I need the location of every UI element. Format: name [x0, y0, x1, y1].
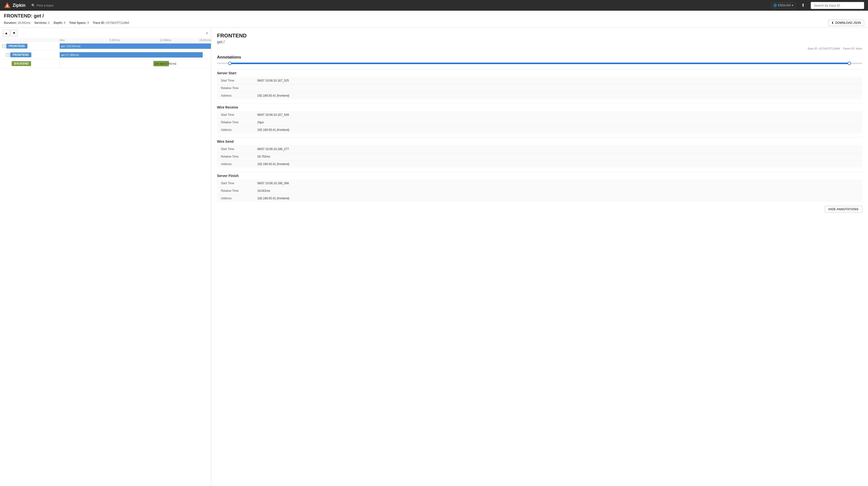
nav-down-button[interactable]: ▼: [11, 30, 18, 36]
slider-handle-left[interactable]: [228, 62, 231, 65]
service-badge-frontend[interactable]: FRONTEND: [6, 44, 27, 49]
language-selector[interactable]: 🌐 ENGLISH ▾: [771, 2, 796, 8]
trace-search-input[interactable]: [811, 2, 864, 9]
chevron-down-icon: ▾: [792, 4, 793, 7]
annotation-label: Start Time: [221, 79, 257, 82]
annotation-row: Start Time 06/07 10:06:10.186_277: [217, 145, 862, 153]
trace-row-label: − FRONTEND: [0, 51, 60, 59]
page-title: FRONTEND: get /: [4, 13, 44, 19]
annotation-section-wire-send: Wire Send Start Time 06/07 10:06:10.186_…: [217, 138, 862, 168]
annotation-label: Start Time: [221, 113, 257, 117]
annotation-row: Address 192.168.50.41 (frontend): [217, 160, 862, 168]
trace-row-bar[interactable]: get / [19.041ms]: [60, 42, 211, 50]
annotation-value: 06/07 10:06:10.186_277: [257, 147, 289, 151]
annotation-slider: [217, 63, 862, 64]
app-title: Zipkin: [12, 3, 26, 8]
trace-row-label: − FRONTEND: [0, 42, 60, 50]
annotation-row: Start Time 06/07 10:06:10.167_525: [217, 77, 862, 85]
annotation-value: 24μs: [257, 121, 264, 124]
annotation-section-wire-receive: Wire Receive Start Time 06/07 10:06:10.1…: [217, 103, 862, 133]
section-title: Wire Receive: [217, 103, 862, 111]
trace-row-bar[interactable]: get /api [1.941ms]: [60, 59, 211, 68]
main-content: ▲ ▼ » 0ms 6.347ms 12.694ms 19.041ms − F: [0, 28, 868, 486]
scale-mark-3: 19.041ms: [199, 39, 211, 41]
detail-panel: FRONTEND get / Span ID: cf170e37f711dfe6…: [211, 28, 868, 486]
trace-toolbar: ▲ ▼ »: [0, 28, 211, 39]
trace-row-label: BACKEND: [0, 59, 60, 68]
detail-service-name: FRONTEND: [217, 33, 862, 39]
annotation-value: 06/07 10:06:10.167_525: [257, 79, 289, 82]
annotation-value: 192.168.50.41 (frontend): [257, 162, 289, 166]
annotation-label: Relative Time: [221, 86, 257, 90]
zipkin-logo-icon: [4, 2, 11, 9]
upload-icon[interactable]: ⬆: [801, 3, 805, 8]
download-json-button[interactable]: ⬇ DOWNLOAD JSON: [828, 20, 864, 26]
annotation-value: 06/07 10:06:10.186_566: [257, 182, 289, 185]
annotation-value: 06/07 10:06:10.167_549: [257, 113, 289, 117]
annotation-label: Address: [221, 196, 257, 200]
download-icon: ⬇: [831, 21, 834, 25]
services-meta: Services: 2: [34, 21, 50, 25]
slider-handle-right[interactable]: [847, 62, 851, 65]
annotation-label: Start Time: [221, 147, 257, 151]
timeline-labels: [0, 39, 60, 41]
annotation-label: Address: [221, 94, 257, 97]
collapse-button[interactable]: −: [6, 53, 9, 57]
trace-timeline: 0ms 6.347ms 12.694ms 19.041ms − FRONTEND…: [0, 39, 211, 486]
annotation-row: Address 192.168.50.41 (frontend): [217, 92, 862, 99]
service-badge-backend[interactable]: BACKEND: [12, 61, 31, 66]
span-bar[interactable]: get /api [1.941ms]: [153, 61, 169, 66]
trace-panel: ▲ ▼ » 0ms 6.347ms 12.694ms 19.041ms − F: [0, 28, 211, 486]
trace-row-bar[interactable]: get [17.966ms]: [60, 51, 211, 59]
detail-operation: get /: [217, 40, 862, 44]
language-icon: 🌐: [773, 4, 777, 7]
trace-id-meta: Trace ID: cf170e37f711dfe6: [93, 21, 129, 25]
search-icon: 🔍: [31, 4, 35, 7]
scale-mark-1: 6.347ms: [110, 39, 120, 41]
annotation-value: 18.752ms: [257, 155, 270, 158]
expand-button[interactable]: »: [206, 31, 208, 35]
annotation-label: Address: [221, 162, 257, 166]
total-spans-meta: Total Spans: 3: [69, 21, 89, 25]
section-title: Server Finish: [217, 172, 862, 180]
annotation-value: 192.168.50.41 (frontend): [257, 196, 289, 200]
section-title: Wire Send: [217, 138, 862, 145]
annotation-row: Start Time 06/07 10:06:10.186_566: [217, 180, 862, 187]
svg-rect-1: [6, 5, 8, 7]
annotation-section-server-finish: Server Finish Start Time 06/07 10:06:10.…: [217, 172, 862, 202]
span-bar[interactable]: get [17.966ms]: [60, 52, 203, 58]
nav-up-button[interactable]: ▲: [3, 30, 10, 36]
timeline-header: 0ms 6.347ms 12.694ms 19.041ms: [0, 39, 211, 42]
service-badge-frontend[interactable]: FRONTEND: [10, 53, 31, 57]
annotation-value: 192.168.50.41 (frontend): [257, 94, 289, 97]
find-trace-link[interactable]: 🔍 Find a trace: [31, 4, 53, 7]
annotation-section-server-start: Server Start Start Time 06/07 10:06:10.1…: [217, 69, 862, 99]
annotation-value: 19.041ms: [257, 189, 270, 192]
annotation-label: Relative Time: [221, 189, 257, 192]
slider-fill: [230, 63, 849, 64]
span-meta: Span ID: cf170e37f711dfe6 Parent ID: Non…: [217, 47, 862, 50]
find-trace-label: Find a trace: [37, 4, 53, 7]
meta-bar: Duration: 19.041ms Services: 2 Depth: 3 …: [4, 20, 864, 26]
app-header: Zipkin 🔍 Find a trace 🌐 ENGLISH ▾ ⬆: [0, 0, 868, 11]
hide-annotations-button[interactable]: HIDE ANNOTATIONS: [825, 206, 862, 213]
scale-mark-0: 0ms: [60, 39, 65, 41]
collapse-button[interactable]: −: [2, 44, 5, 48]
span-bar[interactable]: get / [19.041ms]: [60, 43, 211, 49]
trace-row: BACKEND get /api [1.941ms]: [0, 59, 211, 68]
trace-row: − FRONTEND get / [19.041ms]: [0, 42, 211, 51]
annotation-row: Relative Time 19.041ms: [217, 187, 862, 195]
annotation-row: Relative Time 18.752ms: [217, 153, 862, 160]
title-bar: FRONTEND: get / Duration: 19.041ms Servi…: [0, 11, 868, 28]
depth-meta: Depth: 3: [54, 21, 65, 25]
section-title: Server Start: [217, 69, 862, 77]
slider-track[interactable]: [217, 63, 862, 64]
annotation-row: Start Time 06/07 10:06:10.167_549: [217, 111, 862, 119]
logo-area: Zipkin: [4, 2, 26, 9]
annotation-label: Relative Time: [221, 121, 257, 124]
annotation-label: Address: [221, 128, 257, 131]
trace-row: − FRONTEND get [17.966ms]: [0, 51, 211, 59]
language-label: ENGLISH: [778, 4, 791, 7]
annotation-label: Relative Time: [221, 155, 257, 158]
annotation-row: Address 192.168.50.41 (frontend): [217, 195, 862, 202]
